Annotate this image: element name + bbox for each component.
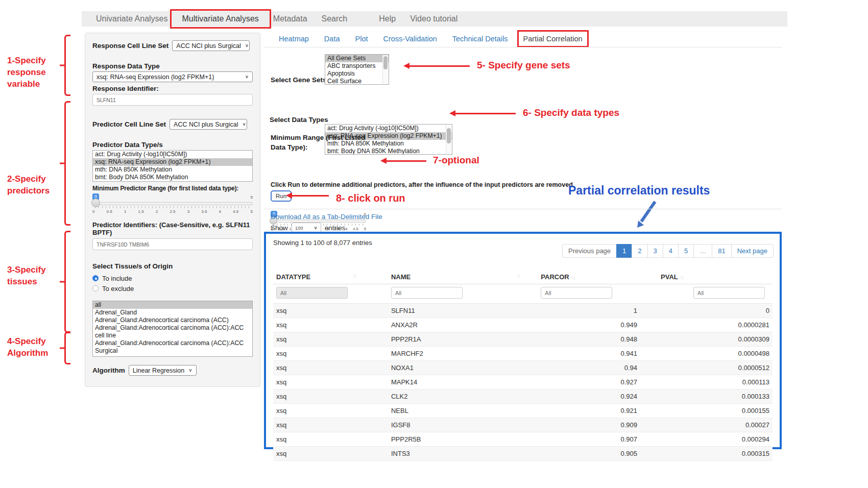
section-divider (264, 209, 782, 209)
response-data-type-select[interactable]: xsq: RNA-seq Expression (log2 FPKM+1) ∨ (92, 71, 253, 82)
nav-item-metadata[interactable]: Metadata (266, 14, 315, 23)
table-row: xsqPPP2R1A0.9480.0000309 (273, 332, 773, 347)
nav-item-search[interactable]: Search (315, 14, 355, 23)
scrollbar-track[interactable] (382, 55, 388, 84)
tabs-underline (264, 47, 782, 47)
nav-item-multivariate-analyses[interactable]: Multivariate Analyses (175, 14, 266, 23)
listbox-option[interactable]: Adrenal_Gland (93, 309, 252, 316)
page-button-81[interactable]: 81 (712, 244, 731, 258)
select-value: ACC NCI plus Surgical (174, 121, 238, 128)
annotation-results-title: Partial correlation results (568, 184, 710, 198)
run-instruction: Click Run to determine additional predic… (271, 181, 574, 188)
download-all-link[interactable]: Download All as a Tab-Delimited File (271, 213, 382, 221)
tick-label: 4 (219, 209, 221, 214)
radio-checked-icon[interactable] (92, 275, 99, 281)
tick-label: 4.5 (353, 227, 358, 231)
response-cell-line-set-select[interactable]: ACC NCI plus Surgical ∨ (172, 40, 250, 51)
response-identifier-input[interactable] (92, 94, 253, 106)
entries-label: entries (325, 224, 346, 232)
predictor-identifiers-input[interactable] (92, 238, 253, 250)
listbox-option[interactable]: mth: DNA 850K Methylation (93, 166, 252, 174)
page-button-3[interactable]: 3 (647, 244, 663, 258)
prev-page-button[interactable]: Previous page (562, 244, 617, 258)
sort-icon[interactable] (571, 275, 575, 280)
filter-input-datatype[interactable] (276, 287, 348, 299)
red-arrow-icon-step7 (387, 160, 426, 162)
red-arrow-icon-step6 (455, 113, 516, 114)
tab-technical-details[interactable]: Technical Details (452, 35, 508, 43)
header-name[interactable]: NAME (388, 270, 538, 284)
filter-input-parcor[interactable] (541, 287, 612, 299)
red-arrow-icon-step8 (292, 195, 329, 197)
tissues-label: Select Tissue/s of Origin (92, 262, 253, 270)
listbox-option[interactable]: Cell Surface (325, 78, 389, 85)
annotation-step1: 1-Specify response variable (7, 55, 46, 90)
select-value: xsq: RNA-seq Expression (log2 FPKM+1) (97, 74, 214, 81)
tissues-exclude-radio-row[interactable]: To exclude (92, 283, 253, 294)
scrollbar-thumb[interactable] (447, 128, 451, 143)
chevron-down-icon: ∨ (245, 43, 249, 48)
nav-item-video-tutorial[interactable]: Video tutorial (403, 14, 465, 23)
tick-label: 2.5 (170, 209, 175, 214)
slider-thumb[interactable] (91, 199, 100, 207)
filter-input-name[interactable] (391, 287, 463, 299)
page-button-2[interactable]: 2 (632, 244, 647, 258)
nav-item-help[interactable]: Help (372, 14, 403, 23)
next-page-button[interactable]: Next page (731, 244, 774, 258)
predictor-data-types-label: Predictor Data Type/s (92, 141, 253, 149)
gene-sets-label: Select Gene Sets (271, 76, 327, 84)
listbox-option[interactable]: Adrenal_Gland:Adrenocortical carcinoma (… (93, 324, 252, 339)
listbox-option[interactable]: Apoptosis (325, 70, 389, 78)
header-pval[interactable]: PVAL (658, 270, 773, 284)
tab-heatmap[interactable]: Heatmap (279, 35, 309, 43)
tab-data[interactable]: Data (324, 35, 340, 43)
tick-label: 5 (250, 209, 252, 214)
pagination: Previous page 1 2 3 4 5 … 81 Next page (562, 244, 774, 258)
page-button-4[interactable]: 4 (663, 244, 679, 258)
table-row: xsqMARCHF20.9410.0000498 (273, 347, 773, 361)
page-button-5[interactable]: 5 (678, 244, 694, 258)
listbox-option[interactable]: ABC transporters (325, 62, 389, 70)
tab-plot[interactable]: Plot (355, 35, 368, 43)
sort-icon[interactable] (352, 273, 356, 279)
tissues-listbox[interactable]: all Adrenal_Gland Adrenal_Gland:Adrenoco… (92, 301, 253, 357)
tissues-include-radio-row[interactable]: To include (92, 273, 253, 283)
tab-cross-validation[interactable]: Cross-Validation (383, 35, 437, 43)
gene-sets-listbox[interactable]: All Gene Sets ABC transporters Apoptosis… (325, 54, 389, 85)
results-table: DATATYPE NAME PARCOR PVAL xsqSLFN1110 xs… (273, 270, 773, 461)
header-datatype[interactable]: DATATYPE (273, 270, 388, 284)
min-predictor-range-slider[interactable]: 0 5 0 0.5 1 1.5 2 2.5 3 3.5 4 4.5 5 (92, 193, 253, 215)
annotation-step6: 6- Specify data types (523, 107, 619, 118)
tab-partial-correlation[interactable]: Partial Correlation (523, 35, 583, 43)
listbox-option[interactable]: Adrenal_Gland:Adrenocortical carcinoma (… (93, 316, 252, 324)
tick-label: 4 (345, 227, 347, 231)
nav-item-univariate-analyses[interactable]: Univariate Analyses (89, 14, 175, 23)
tick-label: 2 (156, 209, 158, 214)
listbox-option[interactable]: bmt: Body DNA 850K Methylation (93, 174, 252, 181)
header-parcor[interactable]: PARCOR (538, 270, 658, 284)
annotation-bracket-3 (64, 231, 70, 333)
partial-correlation-results-box: Showing 1 to 100 of 8,077 entries Previo… (264, 232, 782, 449)
page-button-1[interactable]: 1 (616, 244, 632, 258)
listbox-option[interactable]: Adrenal_Gland:Adrenocortical carcinoma (… (93, 339, 252, 355)
annotation-bracket-4 (64, 332, 70, 364)
listbox-option-selected[interactable]: All Gene Sets (325, 55, 389, 62)
listbox-option-selected[interactable]: xsq: RNA-seq Expression (log2 FPKM+1) (93, 158, 252, 166)
listbox-option[interactable]: act: Drug Activity (-log10[IC50M]) (325, 125, 452, 132)
sort-icon[interactable] (680, 275, 684, 280)
listbox-option-selected[interactable]: all (93, 301, 252, 309)
filter-input-pval[interactable] (693, 287, 765, 299)
tick-label: 4.5 (233, 209, 238, 214)
predictor-cell-line-set-select[interactable]: ACC NCI plus Surgical ∨ (170, 119, 247, 130)
listbox-option[interactable]: act: Drug Activity (-log10[IC50M]) (93, 151, 252, 158)
sort-icon[interactable] (516, 273, 520, 279)
predictor-data-types-listbox[interactable]: act: Drug Activity (-log10[IC50M]) xsq: … (92, 150, 253, 182)
annotation-step2: 2-Specify predictors (7, 174, 50, 197)
table-header-row: DATATYPE NAME PARCOR PVAL (273, 270, 773, 284)
scrollbar-thumb[interactable] (383, 56, 388, 69)
radio-unchecked-icon[interactable] (92, 285, 99, 291)
algorithm-label: Algorithm (92, 367, 125, 374)
scrollbar-track[interactable] (446, 125, 451, 154)
slider-track (92, 202, 253, 205)
algorithm-select[interactable]: Linear Regression ∨ (129, 365, 197, 376)
